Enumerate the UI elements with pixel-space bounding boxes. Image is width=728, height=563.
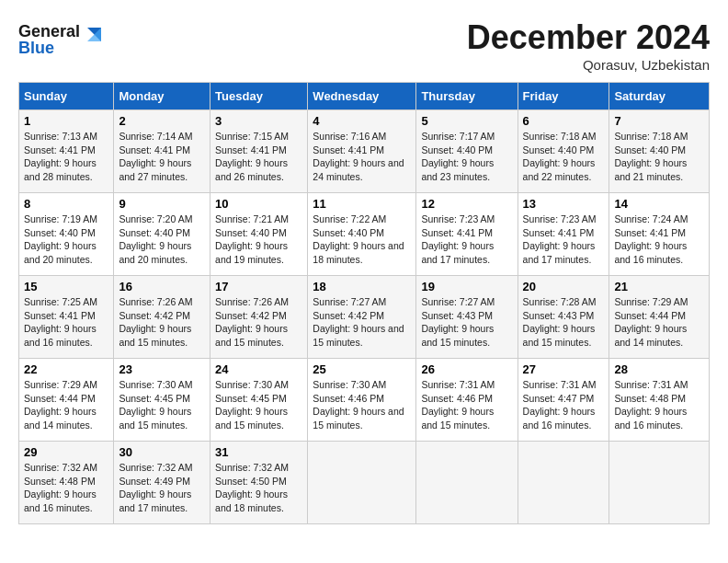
calendar-cell: 11Sunrise: 7:22 AMSunset: 4:40 PMDayligh… [308, 193, 416, 276]
calendar-cell: 9Sunrise: 7:20 AMSunset: 4:40 PMDaylight… [114, 193, 210, 276]
calendar-cell: 3Sunrise: 7:15 AMSunset: 4:41 PMDaylight… [210, 110, 308, 193]
calendar-cell: 12Sunrise: 7:23 AMSunset: 4:41 PMDayligh… [416, 193, 518, 276]
day-number: 21 [614, 280, 704, 293]
day-number: 4 [313, 114, 411, 128]
col-header-tuesday: Tuesday [210, 83, 308, 110]
day-info: Sunrise: 7:13 AMSunset: 4:41 PMDaylight:… [24, 131, 97, 182]
calendar-week-row: 15Sunrise: 7:25 AMSunset: 4:41 PMDayligh… [19, 276, 710, 359]
calendar-cell: 27Sunrise: 7:31 AMSunset: 4:47 PMDayligh… [518, 359, 609, 442]
day-info: Sunrise: 7:27 AMSunset: 4:42 PMDaylight:… [313, 296, 404, 348]
day-info: Sunrise: 7:31 AMSunset: 4:46 PMDaylight:… [421, 379, 495, 431]
day-info: Sunrise: 7:27 AMSunset: 4:43 PMDaylight:… [421, 296, 495, 348]
calendar-cell: 24Sunrise: 7:30 AMSunset: 4:45 PMDayligh… [210, 359, 308, 442]
calendar-table: SundayMondayTuesdayWednesdayThursdayFrid… [18, 82, 710, 524]
day-info: Sunrise: 7:23 AMSunset: 4:41 PMDaylight:… [523, 213, 597, 265]
day-number: 19 [421, 280, 512, 293]
day-number: 30 [119, 445, 205, 459]
day-number: 25 [313, 362, 411, 376]
col-header-sunday: Sunday [19, 83, 114, 110]
day-number: 1 [24, 114, 108, 128]
calendar-cell: 25Sunrise: 7:30 AMSunset: 4:46 PMDayligh… [308, 359, 416, 442]
calendar-cell: 26Sunrise: 7:31 AMSunset: 4:46 PMDayligh… [416, 359, 518, 442]
calendar-cell: 14Sunrise: 7:24 AMSunset: 4:41 PMDayligh… [609, 193, 710, 276]
day-info: Sunrise: 7:28 AMSunset: 4:43 PMDaylight:… [523, 296, 597, 348]
day-number: 23 [119, 362, 205, 376]
day-info: Sunrise: 7:30 AMSunset: 4:45 PMDaylight:… [119, 379, 192, 431]
day-info: Sunrise: 7:32 AMSunset: 4:50 PMDaylight:… [215, 462, 289, 513]
day-info: Sunrise: 7:31 AMSunset: 4:48 PMDaylight:… [614, 379, 688, 431]
day-number: 20 [523, 280, 605, 293]
calendar-cell: 23Sunrise: 7:30 AMSunset: 4:45 PMDayligh… [114, 359, 210, 442]
day-number: 22 [24, 362, 108, 376]
calendar-cell: 16Sunrise: 7:26 AMSunset: 4:42 PMDayligh… [114, 276, 210, 359]
location-subtitle: Qorasuv, Uzbekistan [467, 57, 710, 73]
day-number: 12 [421, 197, 512, 211]
calendar-cell: 1Sunrise: 7:13 AMSunset: 4:41 PMDaylight… [19, 110, 114, 193]
calendar-cell: 2Sunrise: 7:14 AMSunset: 4:41 PMDaylight… [114, 110, 210, 193]
calendar-cell [609, 442, 710, 524]
day-info: Sunrise: 7:30 AMSunset: 4:45 PMDaylight:… [215, 379, 289, 431]
day-info: Sunrise: 7:15 AMSunset: 4:41 PMDaylight:… [215, 131, 289, 182]
logo: General Blue [18, 18, 101, 60]
day-number: 17 [215, 280, 302, 293]
calendar-cell: 15Sunrise: 7:25 AMSunset: 4:41 PMDayligh… [19, 276, 114, 359]
day-number: 10 [215, 197, 302, 211]
day-number: 8 [24, 197, 108, 211]
col-header-saturday: Saturday [609, 83, 710, 110]
day-number: 27 [523, 362, 605, 376]
calendar-week-row: 22Sunrise: 7:29 AMSunset: 4:44 PMDayligh… [19, 359, 710, 442]
day-number: 13 [523, 197, 605, 211]
calendar-cell: 8Sunrise: 7:19 AMSunset: 4:40 PMDaylight… [19, 193, 114, 276]
calendar-cell: 7Sunrise: 7:18 AMSunset: 4:40 PMDaylight… [609, 110, 710, 193]
svg-text:Blue: Blue [18, 39, 54, 57]
day-info: Sunrise: 7:18 AMSunset: 4:40 PMDaylight:… [614, 131, 688, 182]
calendar-body: 1Sunrise: 7:13 AMSunset: 4:41 PMDaylight… [19, 110, 710, 524]
day-number: 16 [119, 280, 205, 293]
logo-svg: General Blue [18, 18, 101, 60]
day-number: 6 [523, 114, 605, 128]
page-header: General Blue December 2024 Qorasuv, Uzbe… [18, 18, 710, 73]
day-info: Sunrise: 7:14 AMSunset: 4:41 PMDaylight:… [119, 131, 192, 182]
col-header-monday: Monday [114, 83, 210, 110]
day-number: 3 [215, 114, 302, 128]
calendar-cell: 31Sunrise: 7:32 AMSunset: 4:50 PMDayligh… [210, 442, 308, 524]
day-info: Sunrise: 7:18 AMSunset: 4:40 PMDaylight:… [523, 131, 597, 182]
col-header-friday: Friday [518, 83, 609, 110]
col-header-thursday: Thursday [416, 83, 518, 110]
day-number: 11 [313, 197, 411, 211]
day-info: Sunrise: 7:30 AMSunset: 4:46 PMDaylight:… [313, 379, 404, 431]
day-number: 5 [421, 114, 512, 128]
day-info: Sunrise: 7:19 AMSunset: 4:40 PMDaylight:… [24, 213, 97, 265]
day-info: Sunrise: 7:24 AMSunset: 4:41 PMDaylight:… [614, 213, 688, 265]
day-number: 14 [614, 197, 704, 211]
day-number: 7 [614, 114, 704, 128]
day-number: 26 [421, 362, 512, 376]
day-info: Sunrise: 7:26 AMSunset: 4:42 PMDaylight:… [119, 296, 192, 348]
day-number: 29 [24, 445, 108, 459]
day-number: 18 [313, 280, 411, 293]
day-info: Sunrise: 7:29 AMSunset: 4:44 PMDaylight:… [24, 379, 97, 431]
day-info: Sunrise: 7:26 AMSunset: 4:42 PMDaylight:… [215, 296, 289, 348]
calendar-week-row: 29Sunrise: 7:32 AMSunset: 4:48 PMDayligh… [19, 442, 710, 524]
day-info: Sunrise: 7:32 AMSunset: 4:49 PMDaylight:… [119, 462, 192, 513]
calendar-week-row: 1Sunrise: 7:13 AMSunset: 4:41 PMDaylight… [19, 110, 710, 193]
day-info: Sunrise: 7:23 AMSunset: 4:41 PMDaylight:… [421, 213, 495, 265]
col-header-wednesday: Wednesday [308, 83, 416, 110]
day-number: 24 [215, 362, 302, 376]
calendar-cell [308, 442, 416, 524]
calendar-cell [518, 442, 609, 524]
calendar-cell: 22Sunrise: 7:29 AMSunset: 4:44 PMDayligh… [19, 359, 114, 442]
calendar-cell: 17Sunrise: 7:26 AMSunset: 4:42 PMDayligh… [210, 276, 308, 359]
day-info: Sunrise: 7:22 AMSunset: 4:40 PMDaylight:… [313, 213, 404, 265]
day-number: 28 [614, 362, 704, 376]
calendar-cell: 18Sunrise: 7:27 AMSunset: 4:42 PMDayligh… [308, 276, 416, 359]
title-block: December 2024 Qorasuv, Uzbekistan [467, 18, 710, 73]
day-number: 31 [215, 445, 302, 459]
calendar-week-row: 8Sunrise: 7:19 AMSunset: 4:40 PMDaylight… [19, 193, 710, 276]
day-info: Sunrise: 7:29 AMSunset: 4:44 PMDaylight:… [614, 296, 688, 348]
day-number: 15 [24, 280, 108, 293]
day-info: Sunrise: 7:16 AMSunset: 4:41 PMDaylight:… [313, 131, 404, 182]
calendar-cell: 21Sunrise: 7:29 AMSunset: 4:44 PMDayligh… [609, 276, 710, 359]
day-info: Sunrise: 7:31 AMSunset: 4:47 PMDaylight:… [523, 379, 597, 431]
calendar-cell: 29Sunrise: 7:32 AMSunset: 4:48 PMDayligh… [19, 442, 114, 524]
